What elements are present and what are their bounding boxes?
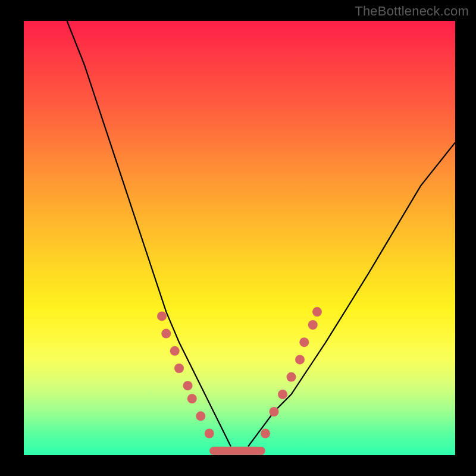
marker-dot: [295, 355, 305, 364]
marker-dot: [287, 372, 296, 382]
right-curve: [248, 142, 455, 446]
marker-dot: [308, 320, 318, 330]
marker-dot: [261, 429, 270, 439]
marker-dot: [312, 307, 322, 317]
left-curve: [67, 21, 231, 446]
marker-dot: [270, 407, 279, 416]
marker-dot: [196, 411, 205, 421]
plot-area: [24, 21, 455, 455]
curve-layer: [24, 21, 455, 455]
marker-dot: [174, 364, 184, 373]
marker-dot: [187, 394, 197, 403]
marker-dots: [157, 307, 322, 438]
marker-dot: [183, 381, 193, 390]
watermark-text: TheBottleneck.com: [355, 4, 469, 19]
marker-dot: [278, 390, 287, 399]
marker-dot: [157, 311, 167, 321]
marker-dot: [205, 429, 214, 439]
marker-dot: [299, 337, 309, 347]
marker-dot: [161, 329, 171, 339]
chart-frame: TheBottleneck.com: [0, 0, 476, 476]
marker-dot: [170, 346, 180, 356]
